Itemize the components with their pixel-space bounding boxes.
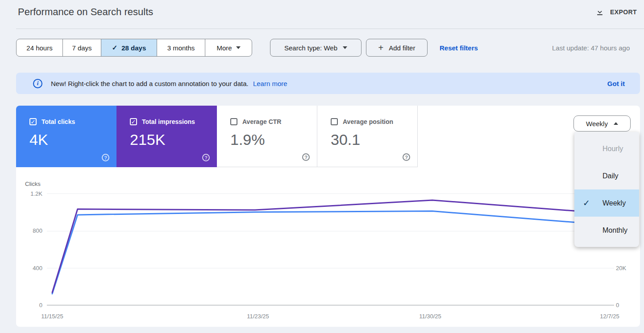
metric-label: Total impressions [142, 118, 195, 125]
menu-item-monthly[interactable]: Monthly [574, 217, 639, 244]
y-tick-0: 0 [23, 302, 42, 308]
export-button[interactable]: EXPORT [595, 5, 637, 19]
search-type-label: Search type: Web [284, 44, 337, 52]
menu-item-label: Daily [602, 172, 619, 180]
gridline [47, 231, 614, 231]
metric-label: Total clicks [42, 118, 75, 125]
learn-more-link[interactable]: Learn more [253, 80, 287, 87]
checkbox-unchecked-icon[interactable] [331, 118, 338, 125]
metric-card-average-position[interactable]: Average position 30.1 ? [317, 106, 418, 167]
tab-more[interactable]: More [205, 39, 252, 56]
menu-item-label: Hourly [602, 145, 623, 153]
metric-value: 30.1 [331, 131, 417, 148]
y-axis-title: Clicks [25, 181, 41, 187]
help-icon[interactable]: ? [202, 154, 210, 161]
caret-down-icon [236, 46, 241, 49]
last-update-text: Last update: 47 hours ago [552, 44, 644, 52]
menu-item-daily[interactable]: Daily [574, 162, 639, 189]
granularity-button-label: Weekly [586, 120, 608, 127]
right-tick-0: 0 [616, 302, 619, 308]
tab-label: More [216, 44, 232, 52]
header-divider [16, 29, 644, 29]
menu-item-label: Weekly [602, 199, 626, 207]
tab-label: 7 days [72, 44, 91, 52]
check-icon: ✓ [112, 44, 118, 52]
annotation-banner: i New! Right-click the chart to add a cu… [16, 73, 640, 94]
add-filter-label: Add filter [389, 44, 415, 52]
granularity-menu: Hourly Daily ✓ Weekly Monthly [574, 132, 639, 247]
metric-card-total-clicks[interactable]: ✓ Total clicks 4K ? [16, 106, 116, 167]
plus-icon: + [378, 43, 384, 52]
tab-label: 28 days [121, 44, 146, 52]
tab-label: 3 months [167, 44, 195, 52]
metric-value: 1.9% [230, 131, 317, 148]
check-icon: ✓ [583, 198, 590, 208]
help-icon[interactable]: ? [302, 153, 310, 161]
x-tick-date: 11/30/25 [415, 313, 446, 320]
gridline [47, 268, 614, 268]
granularity-dropdown-button[interactable]: Weekly [573, 115, 631, 132]
menu-item-weekly[interactable]: ✓ Weekly [574, 189, 639, 217]
metric-label: Average position [343, 118, 393, 125]
help-icon[interactable]: ? [403, 153, 410, 161]
checkbox-unchecked-icon[interactable] [230, 118, 237, 125]
y-tick-400: 400 [23, 265, 42, 271]
performance-panel: ✓ Total clicks 4K ? ✓ Total impressions … [16, 106, 640, 327]
menu-item-hourly: Hourly [574, 135, 639, 162]
right-tick-20k: 20K [616, 265, 626, 271]
reset-filters-link[interactable]: Reset filters [440, 44, 478, 52]
caret-up-icon [614, 122, 618, 125]
checkbox-checked-icon[interactable]: ✓ [29, 118, 37, 125]
y-tick-1200: 1.2K [23, 190, 42, 197]
x-tick-date: 12/7/25 [594, 313, 625, 320]
search-type-dropdown[interactable]: Search type: Web [270, 39, 361, 57]
metric-label: Average CTR [242, 118, 281, 125]
x-tick-date: 11/15/25 [37, 313, 68, 320]
checkbox-checked-icon[interactable]: ✓ [130, 118, 137, 125]
banner-message: New! Right-click the chart to add a cust… [51, 80, 287, 87]
help-icon[interactable]: ? [102, 154, 109, 161]
download-icon [595, 8, 604, 16]
x-tick-date: 11/23/25 [242, 313, 274, 320]
menu-item-label: Monthly [602, 226, 627, 234]
tab-28-days[interactable]: ✓ 28 days [101, 39, 157, 56]
page-title: Performance on Search results [18, 6, 153, 18]
metric-value: 4K [29, 131, 116, 148]
tab-24-hours[interactable]: 24 hours [17, 39, 62, 56]
gridline [47, 193, 614, 194]
metric-card-total-impressions[interactable]: ✓ Total impressions 215K ? [116, 106, 217, 167]
banner-message-text: New! Right-click the chart to add a cust… [51, 80, 249, 87]
got-it-button[interactable]: Got it [607, 80, 625, 87]
x-axis-baseline [47, 305, 614, 305]
export-label: EXPORT [610, 8, 637, 16]
tab-label: 24 hours [26, 44, 52, 52]
caret-down-icon [343, 46, 347, 49]
metric-card-average-ctr[interactable]: Average CTR 1.9% ? [217, 106, 317, 167]
metric-value: 215K [130, 131, 217, 148]
y-tick-800: 800 [23, 227, 42, 234]
tab-7-days[interactable]: 7 days [62, 39, 101, 56]
tab-3-months[interactable]: 3 months [157, 39, 205, 56]
add-filter-button[interactable]: + Add filter [366, 39, 428, 57]
info-icon: i [33, 79, 42, 88]
date-range-control: 24 hours 7 days ✓ 28 days 3 months More [16, 39, 252, 57]
